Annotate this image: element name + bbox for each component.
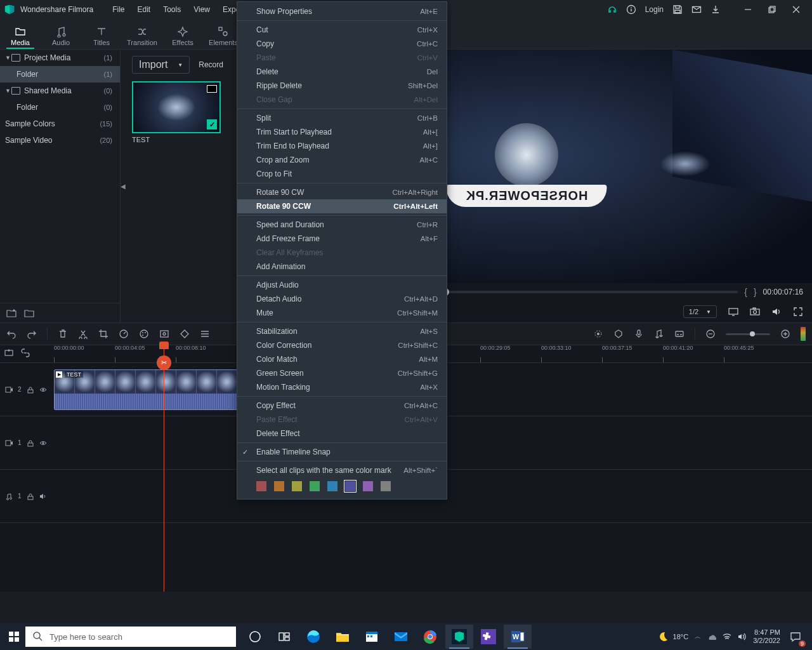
color-swatch[interactable]: [310, 481, 320, 491]
color-swatch[interactable]: [327, 481, 337, 491]
split-icon[interactable]: [78, 329, 88, 339]
track-header[interactable]: 2: [0, 363, 54, 416]
minimize-button[interactable]: [736, 0, 760, 19]
sidebar-folder-2[interactable]: Folder (0): [0, 99, 120, 116]
scissors-icon[interactable]: ✂: [157, 355, 171, 370]
context-menu-item[interactable]: Detach AudioCtrl+Alt+D: [237, 292, 447, 306]
video-clip[interactable]: ▶ TEST: [54, 369, 238, 410]
color-swatch[interactable]: [256, 481, 266, 491]
context-menu-item[interactable]: Ripple DeleteShift+Del: [237, 79, 447, 93]
context-menu-item[interactable]: Adjust Audio: [237, 278, 447, 292]
context-menu-item[interactable]: Delete Effect: [237, 427, 447, 441]
context-menu-item[interactable]: Add Animation: [237, 260, 447, 274]
context-menu-item[interactable]: Add Freeze FrameAlt+F: [237, 232, 447, 246]
lock-icon[interactable]: [27, 439, 34, 447]
weather-widget[interactable]: 18°C: [657, 630, 689, 643]
context-menu-item[interactable]: Crop to Fit: [237, 167, 447, 181]
wifi-icon[interactable]: [723, 632, 731, 641]
context-menu-item[interactable]: ✓Enable Timeline Snap: [237, 445, 447, 459]
zoom-out-icon[interactable]: [705, 329, 716, 339]
color-swatch[interactable]: [381, 481, 391, 491]
color-swatch[interactable]: [345, 481, 355, 491]
snapshot-icon[interactable]: [750, 307, 760, 317]
save-icon[interactable]: [672, 4, 683, 15]
marker-icon[interactable]: [613, 329, 624, 339]
context-menu-item[interactable]: Select all clips with the same color mar…: [237, 463, 447, 477]
import-dropdown[interactable]: Import ▼: [132, 56, 190, 74]
brace-right-icon[interactable]: }: [754, 287, 757, 297]
maximize-button[interactable]: [760, 0, 784, 19]
context-menu-item[interactable]: StabilizationAlt+S: [237, 324, 447, 338]
filmora-alt-app[interactable]: [475, 625, 502, 649]
onedrive-icon[interactable]: [707, 632, 716, 641]
menu-edit[interactable]: Edit: [131, 1, 157, 18]
crop-icon[interactable]: [98, 329, 108, 339]
context-menu-item[interactable]: Color MatchAlt+M: [237, 352, 447, 366]
link-icon[interactable]: [20, 348, 30, 358]
context-menu-item[interactable]: CutCtrl+X: [237, 23, 447, 37]
lock-icon[interactable]: [27, 493, 34, 500]
redo-icon[interactable]: [27, 329, 37, 339]
eye-icon[interactable]: [39, 439, 47, 447]
edge-app[interactable]: [299, 625, 327, 649]
delete-icon[interactable]: [58, 329, 68, 339]
fullscreen-icon[interactable]: [793, 307, 803, 317]
volume-icon[interactable]: [771, 307, 782, 317]
start-button[interactable]: [3, 625, 25, 648]
speed-icon[interactable]: [119, 329, 129, 339]
info-icon[interactable]: [626, 4, 636, 15]
menu-tools[interactable]: Tools: [157, 1, 187, 18]
display-icon[interactable]: [728, 307, 738, 317]
download-icon[interactable]: [710, 4, 721, 15]
tab-media[interactable]: Media: [0, 26, 41, 49]
context-menu-item[interactable]: Rotate 90 CCWCtrl+Alt+Left: [237, 199, 447, 213]
explorer-app[interactable]: [329, 625, 357, 649]
undo-icon[interactable]: [6, 329, 16, 339]
more-menu-icon[interactable]: [200, 329, 210, 339]
sidebar-folder-1[interactable]: Folder (1): [0, 66, 120, 83]
mail-app[interactable]: [387, 625, 415, 649]
login-button[interactable]: Login: [645, 5, 664, 14]
context-menu-item[interactable]: Rotate 90 CWCtrl+Alt+Right: [237, 185, 447, 199]
color-swatch[interactable]: [363, 481, 373, 491]
track-header[interactable]: 1: [0, 416, 54, 469]
headset-icon[interactable]: [607, 4, 617, 15]
cortana-icon[interactable]: [241, 625, 269, 649]
color-swatch[interactable]: [274, 481, 284, 491]
voiceover-icon[interactable]: [634, 329, 644, 339]
tab-audio[interactable]: Audio: [41, 26, 81, 49]
preview-scale-dropdown[interactable]: 1/2 ▼: [683, 305, 717, 318]
new-folder-icon[interactable]: [6, 308, 16, 317]
tab-titles[interactable]: Titles: [81, 26, 122, 49]
caption-icon[interactable]: [674, 329, 684, 339]
track-add-icon[interactable]: [4, 348, 14, 358]
taskbar-search[interactable]: Type here to search: [25, 627, 236, 647]
context-menu-item[interactable]: Speed and DurationCtrl+R: [237, 218, 447, 232]
brace-left-icon[interactable]: {: [744, 287, 747, 297]
tab-transition[interactable]: Transition: [122, 26, 162, 49]
zoom-in-icon[interactable]: [780, 329, 790, 339]
tab-effects[interactable]: Effects: [162, 26, 203, 49]
sound-icon[interactable]: [738, 632, 747, 641]
lock-icon[interactable]: [27, 386, 34, 394]
context-menu-item[interactable]: CopyCtrl+C: [237, 37, 447, 51]
calendar-app[interactable]: [358, 625, 386, 649]
clock[interactable]: 8:47 PM 3/2/2022: [753, 628, 780, 645]
word-app[interactable]: W: [504, 625, 532, 649]
context-menu-item[interactable]: Show PropertiesAlt+E: [237, 4, 447, 18]
record-button[interactable]: Record: [199, 56, 223, 74]
keyframe-icon[interactable]: [180, 329, 190, 339]
color-icon[interactable]: [139, 329, 149, 339]
menu-view[interactable]: View: [187, 1, 216, 18]
media-thumbnail[interactable]: ✓: [132, 81, 221, 133]
tray-chevron-icon[interactable]: ︿: [695, 632, 701, 641]
context-menu-item[interactable]: Green ScreenCtrl+Shift+G: [237, 366, 447, 380]
playhead[interactable]: ✂: [164, 345, 164, 592]
sidebar-shared-media[interactable]: ▼ Shared Media (0): [0, 83, 120, 99]
context-menu-item[interactable]: Motion TrackingAlt+X: [237, 380, 447, 394]
color-swatch[interactable]: [292, 481, 302, 491]
zoom-slider[interactable]: [726, 333, 770, 335]
menu-file[interactable]: File: [106, 1, 131, 18]
filmora-app[interactable]: [445, 625, 473, 649]
context-menu-item[interactable]: Color CorrectionCtrl+Shift+C: [237, 338, 447, 352]
